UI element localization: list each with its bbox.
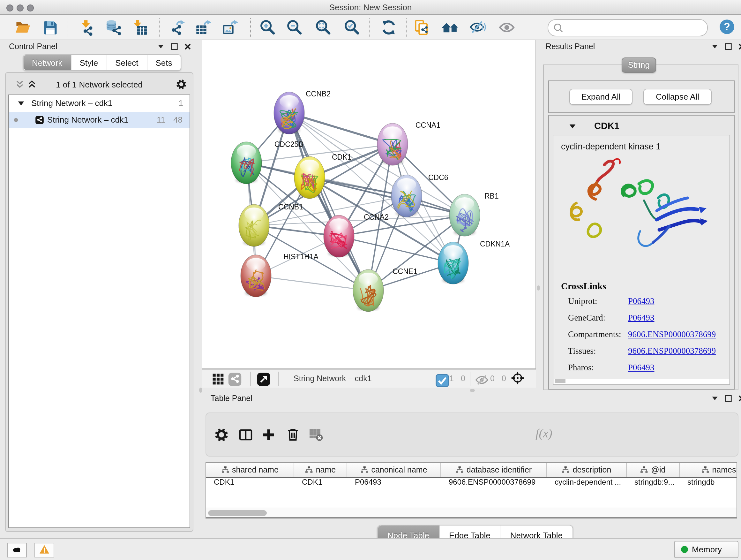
svg-text:CDK1: CDK1 — [332, 153, 351, 161]
control-panel-header-icons — [156, 42, 192, 51]
column-header-database-identifier[interactable]: database identifier — [441, 463, 547, 477]
hidden-count: 0 - 0 — [490, 374, 506, 383]
import-database-button[interactable] — [105, 19, 122, 36]
status-bar: Memory — [0, 538, 741, 560]
fit-selected-crosshair-icon[interactable] — [511, 371, 527, 387]
window-titlebar: Session: New Session — [0, 0, 741, 15]
network-tree-row[interactable]: String Network – cdk1 1 — [9, 95, 190, 112]
zoom-selected-button[interactable] — [343, 19, 360, 36]
selected-checkbox-icon[interactable] — [435, 373, 444, 382]
show-all-button[interactable] — [442, 19, 459, 36]
save-session-button[interactable] — [42, 19, 58, 36]
column-header-namespace[interactable]: namespace — [680, 463, 737, 477]
column-header-name[interactable]: name — [294, 463, 347, 477]
vertical-splitter-handle[interactable] — [537, 286, 540, 291]
refresh-button[interactable] — [381, 19, 397, 36]
crosslink-link[interactable]: P06493 — [628, 313, 655, 323]
crosslink-label: Tissues: — [568, 346, 596, 356]
hidden-eye-icon[interactable] — [475, 373, 486, 384]
collapse-all-button[interactable]: Collapse All — [643, 89, 712, 105]
column-header-canonical-name[interactable]: canonical name — [347, 463, 441, 477]
cloud-status-button[interactable] — [7, 543, 27, 557]
collapse-section-icon[interactable] — [568, 122, 577, 131]
crosslink-link[interactable]: P06493 — [628, 363, 655, 373]
delete-column-icon[interactable] — [285, 427, 300, 442]
tab-sets[interactable]: Sets — [147, 55, 180, 70]
import-table-button[interactable] — [131, 19, 148, 36]
export-table-button[interactable] — [195, 19, 212, 36]
grid-view-icon[interactable] — [211, 372, 225, 386]
add-column-icon[interactable] — [261, 427, 276, 442]
float-panel-icon[interactable] — [724, 394, 733, 403]
collapse-panel-icon[interactable] — [156, 42, 165, 51]
column-header--id[interactable]: @id — [627, 463, 680, 477]
svg-text:CDC25B: CDC25B — [274, 140, 304, 148]
cell-name[interactable]: CDK1 — [294, 478, 347, 493]
search-icon — [553, 22, 564, 34]
search-input[interactable] — [548, 19, 708, 37]
import-network-button[interactable] — [78, 19, 94, 36]
warning-status-button[interactable] — [35, 543, 54, 557]
function-builder-icon[interactable]: f(x) — [536, 427, 552, 441]
window-title: Session: New Session — [0, 2, 741, 12]
left-splitter-handle[interactable] — [199, 388, 202, 393]
crosslink-label: Uniprot: — [568, 296, 597, 306]
memory-button[interactable]: Memory — [674, 541, 738, 558]
open-file-button[interactable] — [14, 19, 31, 36]
zoom-fit-button[interactable] — [315, 19, 331, 36]
close-panel-icon[interactable] — [737, 394, 741, 403]
cell-database-identifier[interactable]: 9606.ENSP00000378699 — [441, 478, 547, 493]
tab-style[interactable]: Style — [71, 55, 107, 70]
toolbar-separator — [250, 18, 251, 37]
crosslink-link[interactable]: P06493 — [628, 296, 655, 307]
toolbar-separator — [406, 18, 407, 37]
cell-shared-name[interactable]: CDK1 — [206, 478, 294, 493]
network-tree-row[interactable]: String Network – cdk1 11 48 — [9, 112, 190, 128]
hide-selected-button[interactable] — [469, 19, 486, 36]
export-network-button[interactable] — [169, 19, 185, 36]
birdseye-view-icon[interactable] — [257, 372, 271, 386]
cell--id[interactable]: stringdb:9... — [627, 478, 680, 493]
zoom-out-button[interactable] — [286, 19, 302, 36]
crosslink-link[interactable]: 9606.ENSP00000378699 — [628, 346, 716, 356]
toolbar-separator — [158, 18, 159, 37]
collapse-panel-icon[interactable] — [711, 42, 719, 51]
table-panel-title: Table Panel — [211, 394, 253, 403]
clone-network-button[interactable] — [414, 19, 430, 36]
expand-all-button[interactable]: Expand All — [569, 89, 632, 105]
network-options-gear-icon[interactable] — [176, 78, 187, 90]
export-image-button[interactable] — [222, 19, 239, 36]
crosslink-link[interactable]: 9606.ENSP00000378699 — [628, 329, 716, 340]
collapse-panel-icon[interactable] — [711, 394, 719, 403]
crosslink-label: Pharos: — [568, 363, 594, 372]
show-hidden-button[interactable] — [498, 19, 515, 36]
details-scrollbar[interactable] — [554, 379, 729, 384]
table-scrollbar[interactable] — [206, 508, 737, 517]
delete-table-icon[interactable] — [308, 427, 324, 442]
crosslink-row: Compartments:9606.ENSP00000378699 — [568, 329, 621, 340]
tab-network[interactable]: Network — [23, 55, 71, 70]
help-button[interactable]: ? — [719, 18, 735, 35]
svg-text:CCNB1: CCNB1 — [278, 203, 303, 211]
cell-description[interactable]: cyclin-dependent ... — [547, 478, 627, 493]
crosslink-row: Uniprot:P06493 — [568, 296, 597, 307]
cell-canonical-name[interactable]: P06493 — [347, 478, 441, 493]
float-panel-icon[interactable] — [724, 42, 733, 51]
float-panel-icon[interactable] — [170, 42, 179, 51]
cell-namespace[interactable]: stringdb — [680, 478, 737, 493]
network-canvas[interactable]: CCNB2CCNA1CDC25BCDK1CDC6RB1CCNB1CCNA2CDK… — [202, 40, 536, 369]
close-panel-icon[interactable] — [737, 42, 741, 51]
table-options-gear-icon[interactable] — [214, 427, 229, 442]
string-results-box: Expand All Collapse All CDK1 cyclin-depe… — [543, 64, 738, 390]
show-columns-icon[interactable] — [238, 427, 253, 442]
column-header-description[interactable]: description — [547, 463, 627, 477]
column-header-shared-name[interactable]: shared name — [206, 463, 294, 477]
share-network-icon[interactable] — [228, 372, 242, 386]
tab-select[interactable]: Select — [107, 55, 147, 70]
svg-text:RB1: RB1 — [484, 192, 499, 200]
zoom-in-button[interactable] — [259, 19, 275, 36]
tab-string[interactable]: String — [622, 57, 656, 73]
crosslink-row: Tissues:9606.ENSP00000378699 — [568, 346, 596, 356]
protein-name: CDK1 — [594, 121, 619, 131]
close-panel-icon[interactable] — [183, 42, 192, 51]
